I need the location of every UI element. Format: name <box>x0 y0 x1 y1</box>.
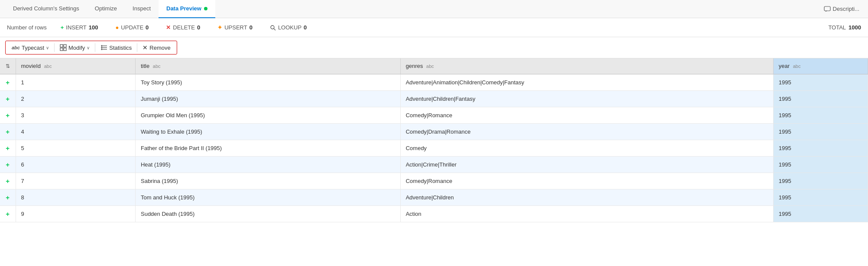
cell-genres: Comedy|Romance <box>400 107 773 123</box>
typecast-chevron: ∨ <box>46 45 49 50</box>
cell-movieid: 7 <box>16 173 135 189</box>
row-add-btn[interactable]: + <box>0 156 16 173</box>
cell-title: Waiting to Exhale (1995) <box>135 123 400 140</box>
cell-genres: Comedy <box>400 140 773 156</box>
typecast-button[interactable]: abc Typecast ∨ <box>8 43 52 53</box>
insert-label: INSERT <box>66 24 86 31</box>
cell-genres: Comedy|Drama|Romance <box>400 123 773 140</box>
col-header-title[interactable]: title abc <box>135 58 400 74</box>
cell-title: Jumanji (1995) <box>135 90 400 107</box>
total-label: TOTAL <box>828 24 846 31</box>
col-header-year[interactable]: year abc <box>773 58 868 74</box>
lookup-icon <box>270 25 276 31</box>
statistics-button[interactable]: Statistics <box>97 43 135 53</box>
remove-label: Remove <box>149 45 170 51</box>
delete-value: 0 <box>197 24 200 31</box>
stat-delete: ✕ DELETE 0 <box>166 24 200 31</box>
toolbar-separator-1 <box>54 43 55 52</box>
cell-title: Sabrina (1995) <box>135 173 400 189</box>
row-add-btn[interactable]: + <box>0 189 16 205</box>
modify-button[interactable]: Modify ∨ <box>56 42 93 53</box>
svg-rect-6 <box>64 48 66 51</box>
cell-genres: Adventure|Animation|Children|Comedy|Fant… <box>400 74 773 90</box>
description-button[interactable]: Descripti... <box>820 4 863 14</box>
cell-movieid: 2 <box>16 90 135 107</box>
stat-upsert: ✦ UPSERT 0 <box>217 24 253 31</box>
row-add-btn[interactable]: + <box>0 107 16 123</box>
tab-inspect[interactable]: Inspect <box>125 0 159 18</box>
cell-year: 1995 <box>773 107 868 123</box>
cell-movieid: 3 <box>16 107 135 123</box>
cell-year: 1995 <box>773 74 868 90</box>
lookup-label: LOOKUP <box>278 24 301 31</box>
data-table: ⇅ movieId abc title abc genres abc year … <box>0 58 868 222</box>
tab-data-preview-label: Data Preview <box>166 5 201 12</box>
svg-rect-4 <box>64 45 66 47</box>
table-row: +5Father of the Bride Part II (1995)Come… <box>0 140 868 156</box>
table-row: +9Sudden Death (1995)Action1995 <box>0 205 868 222</box>
remove-icon: ✕ <box>143 44 148 51</box>
upsert-icon: ✦ <box>217 24 222 31</box>
cell-year: 1995 <box>773 140 868 156</box>
modify-label: Modify <box>68 45 85 51</box>
cell-title: Tom and Huck (1995) <box>135 189 400 205</box>
row-add-btn[interactable]: + <box>0 123 16 140</box>
cell-movieid: 1 <box>16 74 135 90</box>
insert-icon: + <box>61 24 64 31</box>
total-value: 1000 <box>849 24 861 31</box>
col-header-sort[interactable]: ⇅ <box>0 58 16 74</box>
typecast-icon: abc <box>12 45 20 50</box>
sort-icon: ⇅ <box>6 63 10 69</box>
table-wrapper: ⇅ movieId abc title abc genres abc year … <box>0 58 868 222</box>
remove-button[interactable]: ✕ Remove <box>139 42 174 53</box>
col-header-genres[interactable]: genres abc <box>400 58 773 74</box>
cell-title: Sudden Death (1995) <box>135 205 400 222</box>
table-row: +1Toy Story (1995)Adventure|Animation|Ch… <box>0 74 868 90</box>
col-header-movieid[interactable]: movieId abc <box>16 58 135 74</box>
tab-data-preview-dot <box>204 7 207 10</box>
stat-lookup: LOOKUP 0 <box>270 24 307 31</box>
table-row: +2Jumanji (1995)Adventure|Children|Fanta… <box>0 90 868 107</box>
stat-insert: + INSERT 100 <box>61 24 98 31</box>
tab-bar: Derived Column's Settings Optimize Inspe… <box>0 0 868 18</box>
cell-title: Father of the Bride Part II (1995) <box>135 140 400 156</box>
tab-derived-settings-label: Derived Column's Settings <box>13 5 79 12</box>
row-add-btn[interactable]: + <box>0 90 16 107</box>
cell-movieid: 9 <box>16 205 135 222</box>
cell-year: 1995 <box>773 156 868 173</box>
tab-optimize[interactable]: Optimize <box>87 0 125 18</box>
tab-derived-settings[interactable]: Derived Column's Settings <box>5 0 87 18</box>
tab-optimize-label: Optimize <box>95 5 117 12</box>
row-add-btn[interactable]: + <box>0 74 16 90</box>
table-row: +8Tom and Huck (1995)Adventure|Children1… <box>0 189 868 205</box>
cell-genres: Action|Crime|Thriller <box>400 156 773 173</box>
update-label: UPDATE <box>121 24 143 31</box>
stats-label: Number of rows <box>7 24 47 31</box>
table-row: +6Heat (1995)Action|Crime|Thriller1995 <box>0 156 868 173</box>
cell-movieid: 5 <box>16 140 135 156</box>
upsert-value: 0 <box>249 24 253 31</box>
svg-rect-3 <box>60 45 63 47</box>
table-row: +3Grumpier Old Men (1995)Comedy|Romance1… <box>0 107 868 123</box>
cell-movieid: 4 <box>16 123 135 140</box>
row-add-btn[interactable]: + <box>0 205 16 222</box>
cell-genres: Adventure|Children <box>400 189 773 205</box>
toolbar-row: abc Typecast ∨ Modify ∨ Statistics <box>0 37 868 58</box>
cell-year: 1995 <box>773 123 868 140</box>
stat-update: ● UPDATE 0 <box>115 24 149 31</box>
insert-value: 100 <box>89 24 98 31</box>
statistics-label: Statistics <box>109 45 132 51</box>
toolbar-separator-2 <box>95 43 95 52</box>
cell-genres: Adventure|Children|Fantasy <box>400 90 773 107</box>
row-add-btn[interactable]: + <box>0 140 16 156</box>
update-value: 0 <box>146 24 149 31</box>
row-add-btn[interactable]: + <box>0 173 16 189</box>
table-header: ⇅ movieId abc title abc genres abc year … <box>0 58 868 74</box>
svg-line-2 <box>274 29 275 30</box>
cell-movieid: 6 <box>16 156 135 173</box>
modify-icon <box>60 44 67 51</box>
tab-data-preview[interactable]: Data Preview <box>159 0 215 18</box>
cell-genres: Action <box>400 205 773 222</box>
cell-year: 1995 <box>773 90 868 107</box>
toolbar-separator-3 <box>137 43 137 52</box>
